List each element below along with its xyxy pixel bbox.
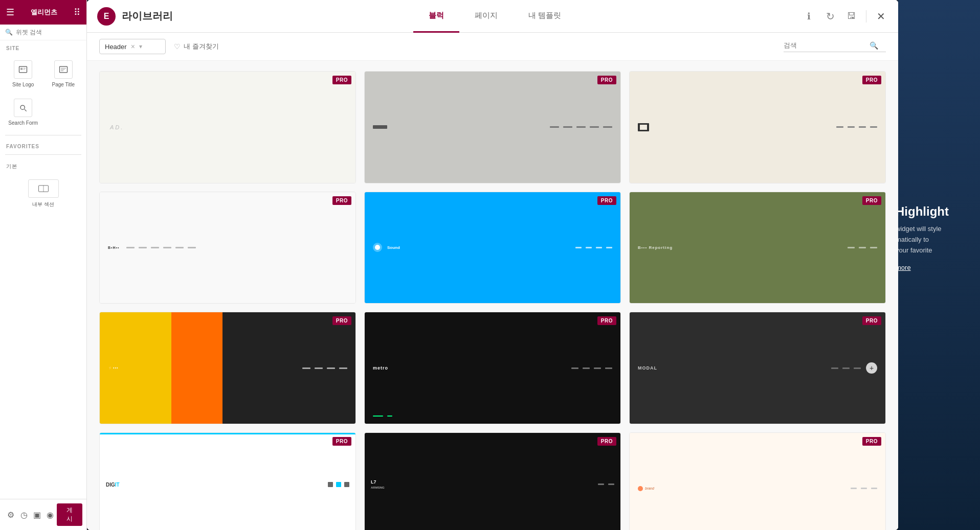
hamburger-icon[interactable]: ☰ bbox=[6, 7, 14, 18]
modal-title: 라이브러리 bbox=[122, 9, 173, 23]
tpl-preview-2 bbox=[365, 72, 620, 183]
template-card-12[interactable]: brand PRO bbox=[629, 432, 886, 530]
templates-grid: AD. PRO bbox=[99, 71, 886, 530]
history-icon[interactable]: ◷ bbox=[17, 508, 31, 522]
favorites-section-label: FAVORITES bbox=[0, 139, 86, 151]
highlight-title: Highlight bbox=[896, 204, 970, 219]
tpl-preview-4: B•H•• bbox=[100, 192, 355, 304]
template-card-10[interactable]: DIGIT Home Shop Services About bbox=[99, 432, 356, 530]
template-card-11[interactable]: L7ARMSNG Home Shop Services About Blog bbox=[364, 432, 621, 530]
pro-badge-12: PRO bbox=[862, 437, 881, 446]
publish-button[interactable]: 게시 bbox=[57, 503, 82, 526]
inner-section-label: 내부 섹션 bbox=[32, 201, 54, 208]
sidebar-item-search-form[interactable]: Search Form bbox=[4, 94, 42, 130]
eye-icon[interactable]: ◉ bbox=[43, 508, 57, 522]
pro-badge-8: PRO bbox=[597, 316, 616, 325]
library-modal: E 라이브러리 블럭 페이지 내 템플릿 ℹ ↻ 🖫 ✕ bbox=[87, 0, 898, 530]
template-card-7[interactable]: ⚡••• PRO bbox=[99, 312, 356, 424]
tab-blocks[interactable]: 블럭 bbox=[413, 0, 459, 33]
info-icon[interactable]: ℹ bbox=[801, 9, 816, 24]
template-search-input[interactable] bbox=[784, 41, 865, 49]
pro-badge-1: PRO bbox=[332, 76, 351, 84]
header-divider bbox=[866, 10, 866, 22]
sidebar-item-site-logo[interactable]: Site Logo bbox=[4, 55, 42, 91]
tpl-preview-10: DIGIT Home Shop Services About bbox=[100, 433, 355, 530]
svg-rect-0 bbox=[19, 66, 27, 73]
tpl-preview-8: metro bbox=[365, 312, 620, 424]
settings-icon[interactable]: ⚙ bbox=[4, 508, 17, 522]
pro-badge-4: PRO bbox=[332, 196, 351, 205]
site-section-label: SITE bbox=[0, 40, 86, 53]
template-card-4[interactable]: B•H•• PRO bbox=[99, 192, 356, 304]
modal-toolbar: Header × ▾ ♡ 내 즐겨찾기 🔍 bbox=[87, 33, 898, 61]
tpl-preview-12: brand bbox=[630, 433, 885, 530]
sidebar-divider-2 bbox=[5, 154, 81, 155]
tpl-preview-1: AD. bbox=[100, 72, 355, 183]
svg-rect-1 bbox=[20, 68, 23, 70]
modal-body[interactable]: AD. PRO bbox=[87, 61, 898, 530]
modal-overlay: E 라이브러리 블럭 페이지 내 템플릿 ℹ ↻ 🖫 ✕ bbox=[87, 0, 898, 530]
highlight-more-link[interactable]: more bbox=[896, 264, 970, 271]
favorites-button[interactable]: ♡ 내 즐겨찾기 bbox=[174, 42, 219, 51]
elements-label: 엘리먼츠 bbox=[31, 8, 57, 17]
site-logo-icon bbox=[14, 60, 32, 79]
highlight-panel: Highlight widget will stylematically toy… bbox=[885, 0, 980, 530]
svg-point-8 bbox=[20, 105, 25, 109]
template-card-5[interactable]: Sound PRO bbox=[364, 192, 621, 304]
basic-section-label: 기본 bbox=[0, 158, 86, 172]
modal-header-actions: ℹ ↻ 🖫 ✕ bbox=[801, 9, 888, 24]
filter-clear-icon[interactable]: × bbox=[131, 42, 135, 51]
close-icon[interactable]: ✕ bbox=[874, 9, 888, 24]
pro-badge-6: PRO bbox=[862, 196, 881, 205]
filter-arrow-icon: ▾ bbox=[139, 43, 142, 50]
responsive-icon[interactable]: ▣ bbox=[30, 508, 43, 522]
site-logo-label: Site Logo bbox=[12, 82, 34, 87]
pro-badge-11: PRO bbox=[597, 437, 616, 446]
tpl-preview-3 bbox=[630, 72, 885, 183]
tpl-preview-9: MODAL + bbox=[630, 312, 885, 424]
save-icon[interactable]: 🖫 bbox=[844, 9, 859, 24]
sidebar-search-input[interactable] bbox=[16, 29, 81, 36]
sidebar-header: ☰ 엘리먼츠 ⠿ bbox=[0, 0, 86, 25]
sidebar: ☰ 엘리먼츠 ⠿ 🔍 SITE Site Logo Page Title bbox=[0, 0, 87, 530]
highlight-body: widget will stylematically toyour favori… bbox=[896, 224, 970, 256]
tpl-preview-6: B••• Reporting bbox=[630, 192, 885, 304]
grid-icon[interactable]: ⠿ bbox=[74, 7, 80, 18]
template-search-wrap: 🔍 bbox=[784, 41, 886, 52]
inner-section-icon bbox=[28, 179, 59, 198]
template-card-1[interactable]: AD. PRO bbox=[99, 71, 356, 183]
svg-line-9 bbox=[25, 109, 27, 111]
pro-badge-7: PRO bbox=[332, 316, 351, 325]
site-items-grid: Site Logo Page Title Search Form bbox=[0, 53, 86, 132]
category-filter[interactable]: Header × ▾ bbox=[99, 39, 166, 54]
tab-my-templates[interactable]: 내 템플릿 bbox=[513, 0, 576, 33]
sidebar-item-inner-section[interactable]: 내부 섹션 bbox=[4, 174, 82, 212]
pro-badge-10: PRO bbox=[332, 437, 351, 446]
template-card-2[interactable]: PRO bbox=[364, 71, 621, 183]
template-search-icon: 🔍 bbox=[870, 41, 878, 50]
search-form-label: Search Form bbox=[8, 120, 38, 126]
sidebar-divider-1 bbox=[5, 135, 81, 135]
tpl-preview-7: ⚡••• bbox=[100, 312, 355, 424]
basic-items-grid: 내부 섹션 bbox=[0, 172, 86, 214]
heart-icon: ♡ bbox=[174, 42, 181, 51]
pro-badge-9: PRO bbox=[862, 316, 881, 325]
modal-tabs: 블럭 페이지 내 템플릿 bbox=[188, 0, 801, 33]
pro-badge-5: PRO bbox=[597, 196, 616, 205]
template-card-9[interactable]: MODAL + PRO bbox=[629, 312, 886, 424]
pro-badge-2: PRO bbox=[597, 76, 616, 84]
template-card-6[interactable]: B••• Reporting PRO bbox=[629, 192, 886, 304]
modal-header: E 라이브러리 블럭 페이지 내 템플릿 ℹ ↻ 🖫 ✕ bbox=[87, 0, 898, 33]
sidebar-bottom: ⚙ ◷ ▣ ◉ 게시 bbox=[0, 499, 86, 530]
tab-pages[interactable]: 페이지 bbox=[459, 0, 513, 33]
pro-badge-3: PRO bbox=[862, 76, 881, 84]
template-card-8[interactable]: metro PRO bbox=[364, 312, 621, 424]
template-card-3[interactable]: PRO bbox=[629, 71, 886, 183]
tpl-preview-5: Sound bbox=[365, 192, 620, 304]
page-title-icon bbox=[54, 60, 73, 79]
page-title-label: Page Title bbox=[52, 82, 75, 87]
sidebar-item-page-title[interactable]: Page Title bbox=[44, 55, 83, 91]
tpl-preview-11: L7ARMSNG Home Shop Services About Blog bbox=[365, 433, 620, 530]
refresh-icon[interactable]: ↻ bbox=[823, 9, 837, 24]
filter-label: Header bbox=[105, 43, 127, 51]
